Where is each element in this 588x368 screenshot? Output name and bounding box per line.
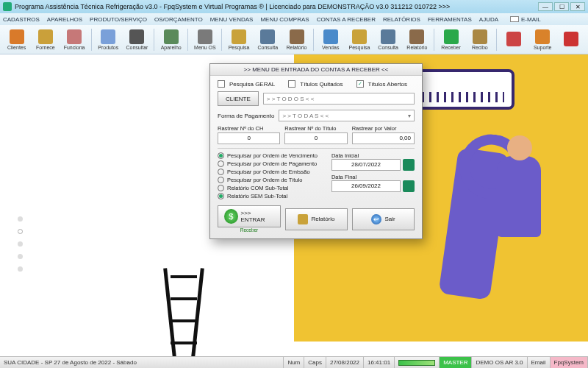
toolbar-icon bbox=[473, 29, 487, 44]
relatorio-button[interactable]: Relatório bbox=[285, 208, 348, 230]
cliente-button[interactable]: CLIENTE bbox=[218, 91, 259, 106]
toolbar-recibo[interactable]: Recibo bbox=[466, 26, 493, 53]
toolbar-aparelho[interactable]: Aparelho bbox=[157, 26, 184, 53]
toolbar-clientes[interactable]: Clientes bbox=[3, 26, 30, 53]
radio-icon bbox=[218, 177, 224, 183]
contas-receber-dialog: >> MENU DE ENTRADA DO CONTAS A RECEBER <… bbox=[209, 63, 423, 239]
checkbox-titulos-abertos[interactable]: ✓ bbox=[356, 80, 364, 88]
window-title: Programa Assistência Técnica Refrigeraçã… bbox=[15, 3, 450, 10]
toolbar-consulta[interactable]: Consulta bbox=[254, 26, 282, 53]
dot[interactable] bbox=[18, 254, 23, 259]
cliente-field[interactable]: > > T O D O S < < bbox=[263, 93, 415, 105]
dot-active[interactable] bbox=[18, 229, 23, 234]
rastrear-titulo-input[interactable]: 0 bbox=[284, 132, 347, 144]
rastrear-valor-input[interactable]: 0,00 bbox=[352, 132, 415, 144]
toolbar-icon bbox=[198, 29, 212, 44]
menu-cadastros[interactable]: CADASTROS bbox=[3, 16, 40, 23]
carousel-dots bbox=[18, 216, 23, 272]
menu-compras[interactable]: MENU COMPRAS bbox=[260, 16, 309, 23]
rastrear-ch-input[interactable]: 0 bbox=[218, 132, 280, 144]
technician-illustration bbox=[448, 135, 551, 319]
data-inicial-input[interactable]: 28/07/2022 bbox=[331, 159, 401, 171]
toolbar-pesquisa[interactable]: Pesquisa bbox=[345, 26, 373, 53]
status-fpq[interactable]: FpqSystem bbox=[551, 357, 588, 368]
dot[interactable] bbox=[18, 266, 23, 272]
radio-icon bbox=[218, 185, 224, 191]
radio-icon bbox=[218, 160, 224, 167]
app-icon bbox=[3, 2, 12, 11]
status-bar: SUA CIDADE - SP 27 de Agosto de 2022 - S… bbox=[0, 356, 588, 368]
menu-aparelhos[interactable]: APARELHOS bbox=[47, 16, 82, 23]
toolbar-icon bbox=[38, 29, 53, 44]
toolbar-relatório[interactable]: Relatório bbox=[283, 26, 310, 53]
toolbar-icon bbox=[409, 29, 424, 44]
calendar-icon[interactable] bbox=[403, 159, 415, 171]
status-date: 27/08/2022 bbox=[326, 357, 364, 368]
radio-option[interactable]: Pesquisar por Ordem de Pagamento bbox=[218, 160, 326, 167]
radio-option[interactable]: Pesquisar por Ordem de Título bbox=[218, 177, 326, 183]
toolbar-icon bbox=[535, 29, 550, 44]
radio-option[interactable]: Relatório SEM Sub-Total bbox=[218, 193, 326, 199]
status-master: MASTER bbox=[440, 357, 472, 368]
toolbar-vendas[interactable]: Vendas bbox=[317, 26, 344, 53]
entrar-button[interactable]: $ >>> ENTRAR bbox=[218, 205, 281, 227]
window-titlebar: Programa Assistência Técnica Refrigeraçã… bbox=[0, 0, 588, 13]
status-demo: DEMO OS AR 3.0 bbox=[472, 357, 527, 368]
status-email[interactable]: Email bbox=[528, 357, 551, 368]
close-button[interactable]: ✕ bbox=[570, 2, 585, 11]
menu-ferramentas[interactable]: FERRAMENTAS bbox=[428, 16, 472, 23]
ladder-illustration bbox=[169, 268, 198, 356]
toolbar-produtos[interactable]: Produtos bbox=[95, 26, 122, 53]
calendar-icon[interactable] bbox=[403, 180, 415, 192]
toolbar-receber[interactable]: Receber bbox=[437, 26, 465, 53]
dot[interactable] bbox=[18, 241, 23, 247]
toolbar-icon bbox=[564, 32, 578, 46]
menu-relatorios[interactable]: RELATÓRIOS bbox=[383, 16, 420, 23]
toolbar-icon bbox=[290, 29, 304, 44]
sair-button[interactable]: ↩ Sair bbox=[352, 208, 415, 230]
radio-icon bbox=[218, 152, 224, 159]
menu-ajuda[interactable]: AJUDA bbox=[479, 16, 498, 23]
toolbar-icon bbox=[164, 29, 179, 44]
dot[interactable] bbox=[18, 216, 23, 222]
forma-pagamento-select[interactable]: > > T O D A S < < ▾ bbox=[279, 110, 415, 121]
toolbar-icon[interactable] bbox=[558, 26, 585, 53]
checkbox-titulos-quitados[interactable] bbox=[288, 80, 295, 88]
toolbar-fornece[interactable]: Fornece bbox=[32, 26, 59, 53]
toolbar-icon bbox=[101, 29, 115, 44]
radio-option[interactable]: Pesquisar por Ordem de Vencimento bbox=[218, 152, 326, 159]
toolbar-icon bbox=[444, 29, 459, 44]
status-caps: Caps bbox=[304, 357, 326, 368]
menu-receber[interactable]: CONTAS A RECEBER bbox=[317, 16, 376, 23]
toolbar-relatório[interactable]: Relatório bbox=[404, 26, 431, 53]
toolbar-icon[interactable] bbox=[500, 26, 527, 53]
toolbar-icon bbox=[10, 29, 24, 44]
radio-icon bbox=[218, 193, 224, 199]
menu-vendas[interactable]: MENU VENDAS bbox=[210, 16, 254, 23]
mail-icon bbox=[510, 16, 519, 22]
toolbar-icon bbox=[129, 29, 144, 44]
menu-bar: CADASTROS APARELHOS PRODUTO/SERVIÇO OS/O… bbox=[0, 13, 588, 25]
report-icon bbox=[298, 214, 308, 224]
toolbar-icon bbox=[260, 29, 275, 44]
radio-option[interactable]: Pesquisar por Ordem de Emissão bbox=[218, 169, 326, 175]
minimize-button[interactable]: — bbox=[538, 2, 553, 11]
money-icon: $ bbox=[224, 209, 238, 224]
checkbox-pesquisa-geral[interactable] bbox=[218, 80, 225, 88]
toolbar-funciona[interactable]: Funciona bbox=[60, 26, 87, 53]
toolbar-icon bbox=[381, 29, 395, 44]
maximize-button[interactable]: ☐ bbox=[554, 2, 569, 11]
menu-produto[interactable]: PRODUTO/SERVIÇO bbox=[90, 16, 147, 23]
menu-os[interactable]: OS/ORÇAMENTO bbox=[154, 16, 203, 23]
toolbar-icon bbox=[67, 29, 82, 44]
toolbar-consultar[interactable]: Consultar bbox=[123, 26, 151, 53]
toolbar-suporte[interactable]: Suporte bbox=[529, 26, 556, 53]
toolbar-menu os[interactable]: Menu OS bbox=[191, 26, 218, 53]
radio-option[interactable]: Relatório COM Sub-Total bbox=[218, 185, 326, 191]
status-city: SUA CIDADE - SP 27 de Agosto de 2022 - S… bbox=[0, 357, 284, 368]
menu-email[interactable]: E-MAIL bbox=[510, 16, 541, 23]
data-final-input[interactable]: 26/09/2022 bbox=[331, 180, 401, 192]
toolbar-pesquisa[interactable]: Pesquisa bbox=[225, 26, 252, 53]
toolbar-consulta[interactable]: Consulta bbox=[375, 26, 402, 53]
status-time: 16:41:01 bbox=[364, 357, 395, 368]
